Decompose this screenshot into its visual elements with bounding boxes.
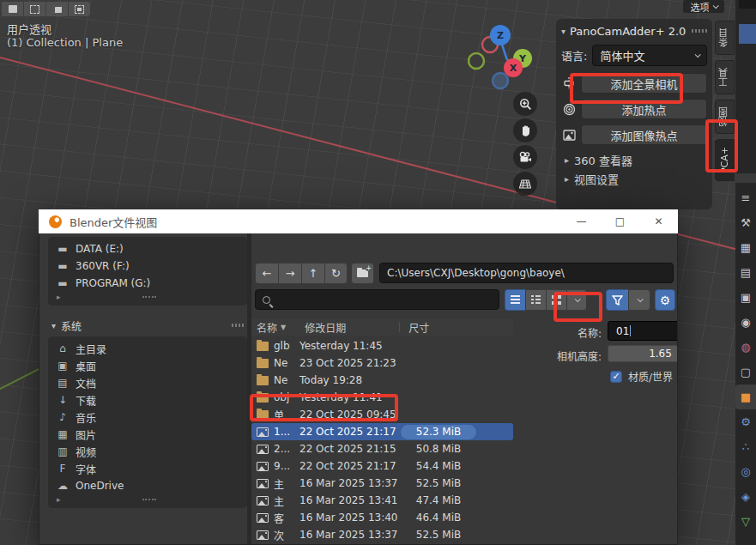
tab-modifiers[interactable]: ⚙	[735, 409, 756, 434]
language-select[interactable]: 简体中文	[592, 45, 707, 66]
tab-单[interactable]: 单 22 Oct 2025 09:45	[251, 406, 513, 423]
tab-physics[interactable]: ◎	[735, 459, 756, 484]
tab-scene[interactable]: ◉	[735, 310, 756, 335]
search-input[interactable]	[255, 289, 499, 310]
forward-button[interactable]: →	[278, 263, 301, 284]
system-item[interactable]: ▦图片	[48, 426, 247, 443]
camera-height-field[interactable]: 1.65	[608, 345, 678, 362]
outliner-selected-row[interactable]	[739, 24, 756, 44]
sidebar-tab[interactable]: 视图	[715, 100, 735, 134]
zoom-button[interactable]	[513, 92, 537, 116]
tab-editor-type[interactable]: ≡	[735, 185, 756, 210]
section-360-viewer[interactable]: ▸ 360 查看器	[565, 150, 707, 169]
tab-1...[interactable]: 1... 22 Oct 2025 21:17 52.3 MiB	[251, 423, 513, 440]
volume-item[interactable]: ▬PROGRAM (G:)	[48, 275, 247, 292]
tab-constraints[interactable]: ◈	[735, 484, 756, 509]
select-mode-button[interactable]	[2, 2, 23, 16]
file-size: 54.4 MiB	[401, 460, 476, 472]
file-date: 23 Oct 2025 21:23	[299, 357, 401, 369]
volume-item[interactable]: ▬DATA (E:)	[48, 240, 247, 257]
add-pano-camera-button[interactable]: 添加全景相机	[581, 73, 707, 94]
new-folder-button[interactable]: +	[351, 263, 374, 284]
tab-客[interactable]: 客 16 Mar 2025 13:40 46.4 MiB	[251, 509, 513, 526]
system-item[interactable]: ▤文档	[48, 374, 247, 391]
section-view-settings[interactable]: ▸ 视图设置	[565, 169, 707, 188]
system-item[interactable]: ♪音乐	[48, 409, 247, 426]
file-size: 52.5 MiB	[401, 529, 476, 541]
options-button[interactable]: 选项	[683, 0, 724, 13]
refresh-button[interactable]: ↻	[324, 263, 348, 284]
pca-panel-header[interactable]: ▾ PanoCamAdder+ 2.0	[561, 22, 707, 39]
panel-grip-icon[interactable]	[232, 324, 244, 327]
tab-9...[interactable]: 9... 22 Oct 2025 21:17 54.4 MiB	[251, 457, 513, 475]
file-name: 主	[274, 494, 299, 508]
window-titlebar[interactable]: Blender文件视图 — □ ✕	[39, 209, 678, 233]
tab-主[interactable]: 主 16 Mar 2025 13:41 47.4 MiB	[251, 492, 513, 509]
tab-主[interactable]: 主 16 Mar 2025 13:37 52.5 MiB	[251, 475, 513, 492]
name-input[interactable]: 01	[608, 321, 678, 341]
parent-dir-button[interactable]: ↑	[301, 263, 324, 284]
volumes-panel: ▬DATA (E:)▬360VR (F:)▬PROGRAM (G:) ▸	[48, 237, 247, 306]
system-item[interactable]: ⌂主目录	[48, 340, 247, 357]
pano-camera-icon	[561, 76, 577, 91]
tab-world[interactable]: ◍	[735, 335, 756, 360]
back-button[interactable]: ←	[255, 263, 278, 284]
tab-particles[interactable]: ∴	[735, 434, 756, 459]
add-hotspot-button[interactable]: 添加热点	[581, 99, 707, 119]
system-item[interactable]: ↓下载	[48, 391, 247, 409]
panel-grip-icon[interactable]	[142, 499, 156, 500]
box3-icon	[75, 5, 84, 14]
system-item[interactable]: ▥视频	[48, 443, 247, 460]
tab-tool[interactable]: ⚒	[735, 210, 756, 235]
sort-indicator-icon[interactable]: ▼	[281, 324, 286, 331]
tab-obj[interactable]: obj Yesterday 11:41	[251, 389, 513, 406]
select-mode-button[interactable]	[69, 2, 90, 16]
panel-grip-icon[interactable]	[692, 29, 707, 33]
tab-view-layer[interactable]: ▣	[735, 285, 756, 310]
select-mode-button[interactable]	[46, 2, 68, 16]
close-button[interactable]: ✕	[639, 209, 678, 233]
view-axis-gizmo[interactable]: Z Y X	[468, 22, 536, 93]
collapse-arrow-icon: ▾	[561, 27, 565, 36]
select-mode-button[interactable]	[24, 2, 45, 16]
tab-object[interactable]: ■	[735, 385, 756, 409]
expand-arrow-icon[interactable]: ▸	[57, 293, 61, 301]
system-item[interactable]: ☁OneDrive	[48, 477, 247, 494]
column-divider[interactable]	[399, 322, 400, 332]
nav-button-group: ← → ↑ ↻	[255, 263, 348, 284]
window-title: Blender文件视图	[70, 214, 157, 230]
tab-Ne[interactable]: Ne 23 Oct 2025 21:23	[251, 354, 513, 372]
ortho-grid-button[interactable]	[513, 172, 537, 196]
sidebar-tab[interactable]: 条目	[715, 21, 735, 55]
system-section-header[interactable]: ▾ 系统	[48, 316, 247, 335]
column-date[interactable]: 修改日期	[305, 320, 346, 335]
properties-editor-column: ≡⚒▦▤▣◉◍▢■⚙∴◎◈▽	[735, 0, 756, 545]
column-name[interactable]: 名称	[257, 320, 277, 335]
panel-grip-icon[interactable]	[142, 296, 156, 298]
axis-neg-z-ball	[493, 73, 508, 88]
tab-output[interactable]: ▤	[735, 260, 756, 285]
system-item[interactable]: ▣桌面	[48, 357, 247, 374]
tab-data[interactable]: ▽	[735, 509, 756, 534]
camera-view-button[interactable]	[513, 145, 537, 169]
bookmarks-section-header[interactable]: ▾ 书签	[48, 539, 247, 545]
pan-button[interactable]	[513, 118, 537, 142]
maximize-button[interactable]: □	[601, 209, 639, 233]
tab-2...[interactable]: 2... 22 Oct 2025 21:15 50.8 MiB	[251, 440, 513, 457]
system-item[interactable]: F字体	[48, 460, 247, 477]
column-size[interactable]: 尺寸	[408, 320, 429, 335]
file-type-icon	[257, 479, 269, 488]
tab-collection[interactable]: ▢	[735, 360, 756, 385]
tab-render[interactable]: ▦	[735, 235, 756, 260]
tab-Ne[interactable]: Ne Today 19:28	[251, 372, 513, 389]
add-image-hotspot-button[interactable]: 添加图像热点	[581, 124, 707, 145]
volume-item[interactable]: ▬360VR (F:)	[48, 257, 247, 275]
tab-glb[interactable]: glb Yesterday 11:45	[251, 337, 513, 354]
pca-panel: ▾ PanoCamAdder+ 2.0 语言: 简体中文 添加全景相机 添加热点	[556, 19, 712, 209]
material-world-checkbox[interactable]: ✓	[610, 371, 622, 383]
sidebar-tab[interactable]: 工具	[715, 60, 735, 94]
sidebar-tab[interactable]: PCA+	[715, 139, 735, 181]
expand-arrow-icon[interactable]: ▸	[57, 495, 61, 504]
tab-次[interactable]: 次 16 Mar 2025 13:37 52.5 MiB	[251, 526, 513, 543]
minimize-button[interactable]: —	[562, 209, 601, 233]
